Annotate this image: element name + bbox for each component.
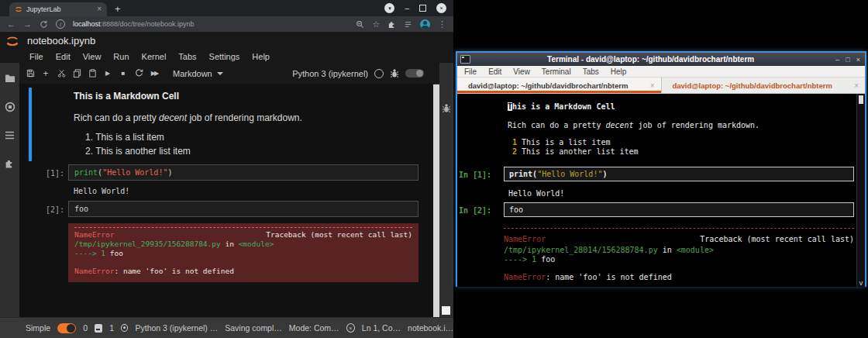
zoom-icon[interactable]	[356, 20, 364, 29]
markdown-paragraph[interactable]: Rich can do a pretty decent job of rende…	[74, 112, 302, 123]
cell1-prompt: [1]:	[32, 169, 64, 178]
debugger-toggle[interactable]	[405, 69, 424, 78]
markdown-heading[interactable]: This is a Markdown Cell	[74, 91, 179, 102]
nbterm-cell2-editor[interactable]: foo	[504, 202, 854, 217]
close-button[interactable]: ×	[436, 3, 446, 13]
debugger-bug-icon[interactable]	[390, 68, 399, 78]
statusbar-mode: Mode: Com…	[289, 323, 339, 333]
terminal-tab-active[interactable]: david@laptop: ~/github/davidbrochart/nbt…	[457, 78, 662, 93]
reading-list-icon[interactable]	[404, 20, 412, 29]
debugger-sidebar-icon[interactable]	[442, 103, 451, 113]
scroll-down-indicator[interactable]: v	[857, 279, 865, 287]
terminal-scrollbar[interactable]: v	[856, 94, 865, 287]
traceback-arrow: ----> 1	[74, 249, 105, 257]
traceback-header: NameError Traceback (most recent call la…	[74, 230, 412, 240]
nbterm-cell1-output: Hello World!	[508, 189, 564, 198]
paste-cells-icon[interactable]	[84, 66, 100, 81]
nbterm-cell1-editor[interactable]: print("Hello World!")	[504, 167, 854, 181]
terminal-menu-view[interactable]: View	[513, 67, 530, 76]
nbterm-prompt2: In [2]:	[459, 206, 491, 215]
cell2-editor[interactable]: foo	[68, 201, 418, 217]
terminal-menu-edit[interactable]: Edit	[488, 67, 501, 76]
statusbar-kernel[interactable]: Python 3 (ipykernel) …	[135, 323, 218, 333]
extension-manager-icon[interactable]	[5, 158, 15, 168]
terminal-screen[interactable]: This is a Markdown Cell Rich can do a pr…	[457, 94, 865, 287]
browser-menu-icon[interactable]: ⋮	[438, 20, 446, 29]
running-sessions-icon[interactable]	[5, 102, 16, 112]
reload-icon[interactable]	[40, 20, 48, 29]
terminal-tab-inactive[interactable]: david@laptop: ~/github/davidbrochart/nbt…	[662, 78, 866, 93]
menu-view[interactable]: View	[77, 52, 108, 61]
url-host: localhost	[73, 20, 101, 28]
forward-icon[interactable]: →	[23, 20, 32, 29]
terminal-menu-terminal[interactable]: Terminal	[542, 67, 571, 76]
restart-kernel-icon[interactable]	[131, 66, 146, 81]
terminal-titlebar[interactable]: Terminal - david@laptop: ~/github/davidb…	[457, 53, 865, 66]
terminal-tab-close-icon[interactable]: ×	[854, 81, 859, 90]
menu-settings[interactable]: Settings	[203, 52, 246, 61]
site-info-icon[interactable]: i	[56, 19, 65, 29]
error-output: NameError Traceback (most recent call la…	[68, 223, 418, 282]
minimize-button[interactable]: –	[405, 6, 409, 11]
address-bar[interactable]: localhost:8888/doc/tree/notebook.ipynb	[73, 20, 348, 28]
menu-tabs[interactable]: Tabs	[172, 52, 202, 61]
statusbar-cursor-position[interactable]: Ln 1, Co…	[362, 323, 401, 333]
menu-help[interactable]: Help	[246, 52, 276, 61]
cell1-output: Hello World!	[74, 187, 129, 195]
kernels-count: 1	[109, 323, 114, 333]
nbterm-markdown-paragraph: Rich can do a pretty decent job of rende…	[508, 121, 760, 129]
file-browser-icon[interactable]	[5, 74, 16, 83]
terminal-tab-bar: david@laptop: ~/github/davidbrochart/nbt…	[457, 78, 865, 94]
error-name: NameError	[74, 230, 114, 240]
run-cell-icon[interactable]: ▶	[100, 66, 115, 81]
kernel-name[interactable]: Python 3 (ipykernel)	[292, 69, 368, 78]
terminal-maximize-button[interactable]: □	[846, 56, 849, 64]
cut-cells-icon[interactable]	[53, 66, 69, 81]
url-path: :8888/doc/tree/notebook.ipynb	[101, 20, 195, 28]
profile-avatar[interactable]	[420, 19, 430, 29]
terminal-tab-close-icon[interactable]: ×	[650, 81, 655, 90]
maximize-button[interactable]	[419, 5, 426, 12]
menu-run[interactable]: Run	[107, 52, 135, 61]
menu-file[interactable]: File	[23, 52, 50, 61]
traceback-file-line: /tmp/ipykernel_29935/156288784.py in <mo…	[74, 240, 412, 249]
kernel-status-icon[interactable]	[374, 69, 384, 78]
terminal-menu-file[interactable]: File	[464, 67, 477, 76]
extensions-puzzle-icon[interactable]	[388, 20, 396, 29]
cell-type-value: Markdown	[173, 69, 212, 78]
restart-run-all-icon[interactable]: ▶▶	[146, 66, 162, 81]
error-message: : name 'foo' is not defined	[114, 267, 233, 275]
traceback-label: Traceback (most recent call last)	[700, 235, 854, 243]
add-cell-icon[interactable]: +	[38, 66, 53, 81]
copy-cells-icon[interactable]	[69, 66, 84, 81]
terminal-scrollbar-thumb[interactable]	[859, 95, 863, 104]
jupyterlab-menubar: File Edit View Run Kernel Tabs Settings …	[0, 49, 453, 64]
notebook-content: This is a Markdown Cell Rich can do a pr…	[19, 84, 433, 318]
back-icon[interactable]: ←	[7, 20, 16, 29]
terminal-menubar: File Edit View Terminal Tabs Help	[457, 66, 865, 78]
cell1-editor[interactable]: print("Hello World!")	[68, 164, 418, 181]
menu-edit[interactable]: Edit	[50, 52, 77, 61]
desktop: { "colors": { "jupyter_orange": "#f37726…	[0, 0, 868, 338]
save-icon[interactable]	[22, 66, 38, 81]
notebook-scrollbar[interactable]	[433, 63, 439, 318]
terminal-menu-tabs[interactable]: Tabs	[583, 67, 599, 76]
menu-kernel[interactable]: Kernel	[136, 52, 173, 61]
cell-type-dropdown[interactable]: Markdown	[173, 69, 223, 78]
terminals-count: 0	[83, 323, 88, 333]
nbterm-markdown-heading: This is a Markdown Cell	[508, 102, 615, 111]
interrupt-kernel-icon[interactable]: ■	[115, 66, 131, 81]
window-controls: ▾ – ×	[384, 3, 453, 13]
tab-close-icon[interactable]: ×	[97, 5, 102, 13]
tab-search-button[interactable]: ▾	[384, 3, 394, 13]
terminal-menu-help[interactable]: Help	[611, 67, 627, 76]
simple-mode-toggle[interactable]	[57, 323, 76, 333]
new-tab-button[interactable]: +	[115, 4, 121, 14]
traceback-code-line: ----> 1 foo	[74, 249, 412, 258]
bookmark-star-icon[interactable]: ☆	[372, 20, 380, 29]
terminal-minimize-button[interactable]: –	[835, 56, 839, 64]
table-of-contents-icon[interactable]	[5, 131, 15, 140]
browser-tab[interactable]: JupyterLab ×	[9, 2, 107, 16]
terminal-close-button[interactable]: ×	[856, 56, 860, 64]
left-sidebar	[0, 63, 19, 318]
